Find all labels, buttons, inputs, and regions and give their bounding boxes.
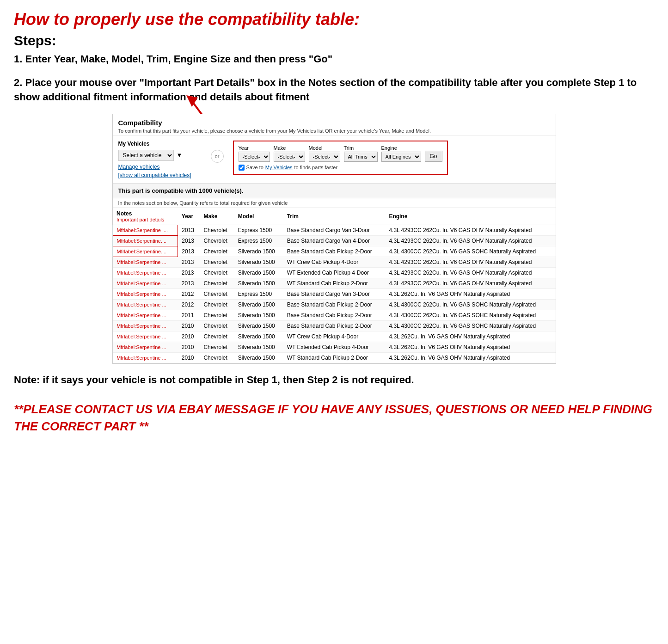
make-cell: Chevrolet xyxy=(200,267,234,278)
notes-cell: Mfrlabel:Serpentine ... xyxy=(113,331,178,342)
compat-title: Compatibility xyxy=(118,119,550,127)
engine-cell: 4.3L 4300CC 262Cu. In. V6 GAS SOHC Natur… xyxy=(385,320,555,331)
make-cell: Chevrolet xyxy=(200,278,234,288)
year-cell: 2010 xyxy=(178,331,200,342)
year-cell: 2013 xyxy=(178,235,200,246)
table-row: Mfrlabel:Serpentine ... 2013 Chevrolet S… xyxy=(113,257,556,267)
show-all-link[interactable]: [show all compatible vehicles] xyxy=(118,172,202,178)
trim-cell: Base Standard Cab Pickup 2-Door xyxy=(283,246,386,257)
model-cell: Express 1500 xyxy=(234,235,283,246)
trim-cell: Base Standard Cargo Van 4-Door xyxy=(283,235,386,246)
table-row: Mfrlabel:Serpentine.... 2013 Chevrolet E… xyxy=(113,235,556,246)
engine-cell: 4.3L 262Cu. In. V6 GAS OHV Naturally Asp… xyxy=(385,352,555,363)
table-row: Mfrlabel:Serpentine ... 2013 Chevrolet S… xyxy=(113,278,556,288)
table-row: Mfrlabel:Serpentine ... 2010 Chevrolet S… xyxy=(113,320,556,331)
model-label: Model xyxy=(309,145,340,151)
table-row: Mfrlabel:Serpentine ... 2013 Chevrolet S… xyxy=(113,267,556,278)
model-cell: Silverado 1500 xyxy=(234,352,283,363)
year-select[interactable]: -Select- xyxy=(239,152,270,162)
make-cell: Chevrolet xyxy=(200,342,234,352)
make-select[interactable]: -Select- xyxy=(274,152,305,162)
trim-select[interactable]: All Trims xyxy=(344,152,378,162)
notes-cell: Mfrlabel:Serpentine ... xyxy=(113,310,178,320)
engine-label: Engine xyxy=(381,145,421,151)
notes-cell: Mfrlabel:Serpentine ... xyxy=(113,299,178,310)
year-cell: 2010 xyxy=(178,320,200,331)
contact-text: **PLEASE CONTACT US VIA EBAY MESSAGE IF … xyxy=(14,401,654,435)
trim-cell: Base Standard Cab Pickup 2-Door xyxy=(283,310,386,320)
engine-cell: 4.3L 262Cu. In. V6 GAS OHV Naturally Asp… xyxy=(385,342,555,352)
make-cell: Chevrolet xyxy=(200,235,234,246)
make-label: Make xyxy=(274,145,305,151)
manage-vehicles-link[interactable]: Manage vehicles xyxy=(118,164,202,170)
trim-cell: Base Standard Cab Pickup 2-Door xyxy=(283,299,386,310)
save-text: Save to xyxy=(246,165,264,170)
trim-cell: Base Standard Cab Pickup 2-Door xyxy=(283,320,386,331)
select-vehicle-dropdown[interactable]: Select a vehicle xyxy=(118,150,174,161)
annotation-wrapper: Compatibility To confirm that this part … xyxy=(112,114,556,364)
model-cell: Express 1500 xyxy=(234,288,283,299)
model-cell: Express 1500 xyxy=(234,225,283,235)
compat-subtitle: To confirm that this part fits your vehi… xyxy=(118,128,550,134)
year-cell: 2012 xyxy=(178,299,200,310)
compat-header: Compatibility To confirm that this part … xyxy=(113,114,556,136)
make-cell: Chevrolet xyxy=(200,288,234,299)
year-make-form: Year -Select- Make -Select- Model xyxy=(233,141,448,175)
trim-cell: WT Extended Cab Pickup 4-Door xyxy=(283,342,386,352)
important-part-details-label: Important part details xyxy=(116,217,174,222)
make-cell: Chevrolet xyxy=(200,299,234,310)
engine-select[interactable]: All Engines xyxy=(381,152,421,162)
notes-cell: Mfrlabel:Serpentine.... xyxy=(113,235,178,246)
compatibility-box: Compatibility To confirm that this part … xyxy=(112,114,556,364)
table-row: Mfrlabel:Serpentine ... 2010 Chevrolet S… xyxy=(113,342,556,352)
engine-cell: 4.3L 4293CC 262Cu. In. V6 GAS OHV Natura… xyxy=(385,278,555,288)
compatibility-table: Notes Important part details Year Make M… xyxy=(113,208,556,363)
engine-cell: 4.3L 4300CC 262Cu. In. V6 GAS SOHC Natur… xyxy=(385,310,555,320)
year-header: Year xyxy=(178,208,200,225)
engine-cell: 4.3L 4293CC 262Cu. In. V6 GAS OHV Natura… xyxy=(385,225,555,235)
notes-cell: Mfrlabel:Serpentine ... xyxy=(113,288,178,299)
table-row: Mfrlabel:Serpentine .... 2013 Chevrolet … xyxy=(113,225,556,235)
table-row: Mfrlabel:Serpentine ... 2012 Chevrolet E… xyxy=(113,288,556,299)
table-header-row: Notes Important part details Year Make M… xyxy=(113,208,556,225)
year-cell: 2010 xyxy=(178,342,200,352)
model-select[interactable]: -Select- xyxy=(309,152,340,162)
compat-body: My Vehicles Select a vehicle ▼ Manage ve… xyxy=(113,136,556,183)
model-cell: Silverado 1500 xyxy=(234,310,283,320)
model-cell: Silverado 1500 xyxy=(234,331,283,342)
make-cell: Chevrolet xyxy=(200,310,234,320)
engine-cell: 4.3L 4300CC 262Cu. In. V6 GAS SOHC Natur… xyxy=(385,246,555,257)
model-cell: Silverado 1500 xyxy=(234,299,283,310)
table-row: Mfrlabel:Serpentine ... 2010 Chevrolet S… xyxy=(113,331,556,342)
table-row: Mfrlabel:Serpentine ... 2011 Chevrolet S… xyxy=(113,310,556,320)
year-cell: 2013 xyxy=(178,225,200,235)
my-vehicles-label: My Vehicles xyxy=(118,141,202,147)
or-divider: or xyxy=(211,150,224,163)
step2-text: 2. Place your mouse over "Important Part… xyxy=(14,76,654,104)
model-field: Model -Select- xyxy=(309,145,340,162)
notes-col-label: Notes xyxy=(116,210,174,217)
make-field: Make -Select- xyxy=(274,145,305,162)
save-checkbox[interactable] xyxy=(239,165,245,171)
table-row: Mfrlabel:Serpentine ... 2010 Chevrolet S… xyxy=(113,352,556,363)
model-cell: Silverado 1500 xyxy=(234,320,283,331)
engine-cell: 4.3L 4293CC 262Cu. In. V6 GAS OHV Natura… xyxy=(385,235,555,246)
trim-label: Trim xyxy=(344,145,378,151)
notes-header: Notes Important part details xyxy=(113,208,178,225)
notes-cell: Mfrlabel:Serpentine ... xyxy=(113,342,178,352)
save-row: Save to My Vehicles to finds parts faste… xyxy=(239,165,442,171)
go-button[interactable]: Go xyxy=(425,151,442,162)
table-body: Mfrlabel:Serpentine .... 2013 Chevrolet … xyxy=(113,225,556,363)
notes-cell: Mfrlabel:Serpentine ... xyxy=(113,267,178,278)
make-cell: Chevrolet xyxy=(200,225,234,235)
step1-text: 1. Enter Year, Make, Model, Trim, Engine… xyxy=(14,52,654,67)
my-vehicles-link[interactable]: My Vehicles xyxy=(265,165,293,170)
engine-cell: 4.3L 4293CC 262Cu. In. V6 GAS OHV Natura… xyxy=(385,257,555,267)
make-cell: Chevrolet xyxy=(200,246,234,257)
year-cell: 2012 xyxy=(178,288,200,299)
engine-cell: 4.3L 262Cu. In. V6 GAS OHV Naturally Asp… xyxy=(385,331,555,342)
table-row: Mfrlabel:Serpentine.... 2013 Chevrolet S… xyxy=(113,246,556,257)
model-cell: Silverado 1500 xyxy=(234,267,283,278)
engine-cell: 4.3L 262Cu. In. V6 GAS OHV Naturally Asp… xyxy=(385,288,555,299)
note-text: Note: if it says your vehicle is not com… xyxy=(14,373,654,387)
